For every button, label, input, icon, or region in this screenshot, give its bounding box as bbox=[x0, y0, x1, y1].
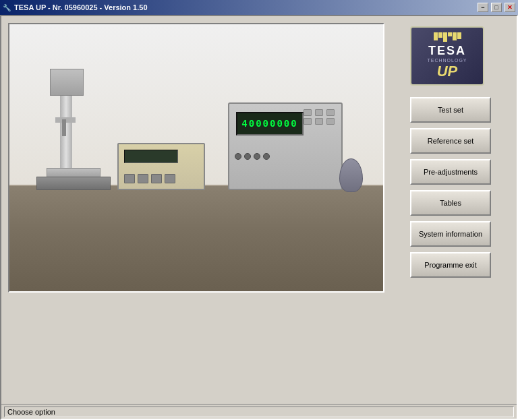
logo-up-text: UP bbox=[437, 63, 458, 80]
logo-tesa-text: TESA bbox=[428, 44, 466, 58]
close-button[interactable]: ✕ bbox=[505, 3, 515, 12]
wave-bar-5 bbox=[453, 32, 457, 40]
minimize-button[interactable]: − bbox=[478, 3, 488, 12]
connector-1 bbox=[235, 153, 241, 160]
programme-exit-button[interactable]: Programme exit bbox=[410, 252, 491, 278]
readout-btn-3 bbox=[326, 109, 335, 116]
device-image: 40000000 bbox=[9, 24, 383, 291]
title-bar: 🔧 TESA UP - Nr. 05960025 - Version 1.50 … bbox=[0, 0, 518, 15]
wave-bar-2 bbox=[438, 32, 442, 38]
computer-mouse bbox=[339, 158, 363, 192]
wave-bar-6 bbox=[457, 32, 461, 39]
logo-wave bbox=[434, 32, 461, 42]
connector-4 bbox=[263, 153, 270, 160]
readout-btn-2 bbox=[315, 109, 323, 116]
connector-2 bbox=[244, 153, 251, 160]
pre-adjustments-button[interactable]: Pre-adjustments bbox=[410, 159, 491, 185]
controller-display bbox=[124, 150, 178, 163]
readout-btn-5 bbox=[315, 118, 323, 125]
wave-bar-3 bbox=[443, 32, 447, 42]
readout-buttons bbox=[304, 109, 336, 125]
controller-box bbox=[117, 143, 205, 190]
controller-buttons bbox=[124, 174, 175, 183]
content-area: 40000000 bbox=[1, 16, 517, 404]
main-window: 40000000 bbox=[0, 15, 518, 420]
wave-bar-4 bbox=[448, 32, 452, 36]
tables-button[interactable]: Tables bbox=[410, 190, 491, 216]
readout-btn-6 bbox=[326, 118, 335, 125]
maximize-button[interactable]: □ bbox=[491, 3, 502, 12]
ctrl-btn-3 bbox=[151, 174, 162, 183]
status-bar: Choose option bbox=[1, 404, 517, 419]
digital-readout-unit: 40000000 bbox=[228, 102, 343, 190]
reference-set-button[interactable]: Reference set bbox=[410, 128, 491, 154]
logo-area: TESA TECHNOLOGY UP bbox=[410, 26, 491, 87]
readout-screen: 40000000 bbox=[236, 112, 304, 136]
machine-probe bbox=[62, 119, 66, 136]
readout-btn-1 bbox=[304, 109, 312, 116]
logo-technology-text: TECHNOLOGY bbox=[427, 58, 467, 63]
readout-connectors bbox=[235, 153, 336, 183]
window-title: TESA UP - Nr. 05960025 - Version 1.50 bbox=[14, 3, 148, 11]
status-text: Choose option bbox=[4, 407, 514, 417]
device-image-panel: 40000000 bbox=[8, 23, 384, 293]
readout-btn-4 bbox=[304, 118, 312, 125]
ctrl-btn-2 bbox=[138, 174, 148, 183]
system-information-button[interactable]: System information bbox=[410, 221, 491, 247]
table-surface bbox=[9, 185, 383, 291]
tesa-logo: TESA TECHNOLOGY UP bbox=[410, 26, 484, 86]
right-panel: TESA TECHNOLOGY UP Test set Reference se… bbox=[391, 23, 510, 397]
ctrl-btn-1 bbox=[124, 174, 135, 183]
measuring-machine bbox=[36, 69, 104, 190]
wave-bar-1 bbox=[434, 32, 438, 40]
app-icon: 🔧 bbox=[3, 4, 11, 11]
connector-3 bbox=[254, 153, 260, 160]
granite-base bbox=[36, 177, 111, 190]
test-set-button[interactable]: Test set bbox=[410, 97, 491, 123]
ctrl-btn-4 bbox=[165, 174, 175, 183]
machine-head bbox=[50, 69, 84, 96]
